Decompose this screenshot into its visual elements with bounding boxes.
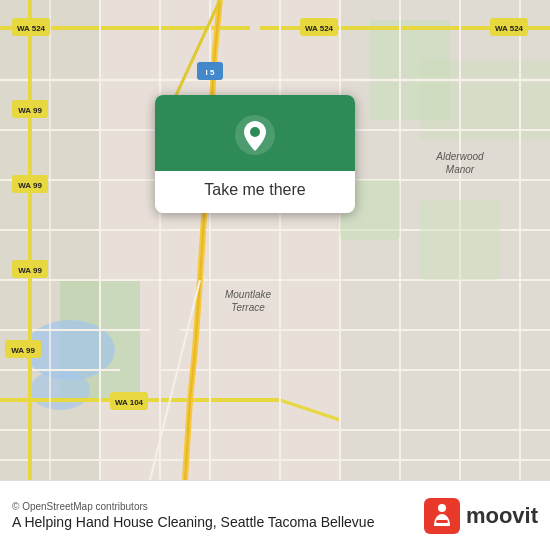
- moovit-brand-icon: [424, 498, 460, 534]
- take-me-there-button[interactable]: Take me there: [204, 181, 305, 199]
- svg-point-62: [250, 127, 260, 137]
- svg-text:WA 99: WA 99: [18, 106, 42, 115]
- bottom-bar: © OpenStreetMap contributors A Helping H…: [0, 480, 550, 550]
- svg-text:WA 99: WA 99: [18, 266, 42, 275]
- svg-rect-65: [436, 520, 448, 523]
- moovit-logo[interactable]: moovit: [424, 498, 538, 534]
- svg-rect-5: [420, 60, 550, 140]
- svg-text:I 5: I 5: [206, 68, 215, 77]
- svg-text:WA 524: WA 524: [17, 24, 46, 33]
- svg-point-7: [30, 370, 90, 410]
- map-container: WA 524 WA 524 WA 524 I 5 WA 99 WA 99 WA …: [0, 0, 550, 480]
- svg-text:WA 524: WA 524: [305, 24, 334, 33]
- popup-bottom: Take me there: [155, 171, 355, 213]
- popup-top: [155, 95, 355, 171]
- map-popup: Take me there: [155, 95, 355, 213]
- svg-text:Manor: Manor: [446, 164, 475, 175]
- svg-text:WA 99: WA 99: [18, 181, 42, 190]
- osm-attribution: © OpenStreetMap contributors: [12, 501, 374, 512]
- svg-text:WA 99: WA 99: [11, 346, 35, 355]
- bottom-left: © OpenStreetMap contributors A Helping H…: [12, 501, 374, 530]
- svg-rect-60: [420, 200, 500, 280]
- svg-text:Terrace: Terrace: [231, 302, 265, 313]
- svg-point-64: [438, 504, 446, 512]
- svg-text:Alderwood: Alderwood: [435, 151, 484, 162]
- location-pin-icon: [233, 113, 277, 157]
- place-name: A Helping Hand House Cleaning, Seattle T…: [12, 514, 374, 530]
- map-svg: WA 524 WA 524 WA 524 I 5 WA 99 WA 99 WA …: [0, 0, 550, 480]
- svg-text:WA 104: WA 104: [115, 398, 144, 407]
- moovit-text: moovit: [466, 503, 538, 529]
- svg-text:WA 524: WA 524: [495, 24, 524, 33]
- svg-text:Mountlake: Mountlake: [225, 289, 272, 300]
